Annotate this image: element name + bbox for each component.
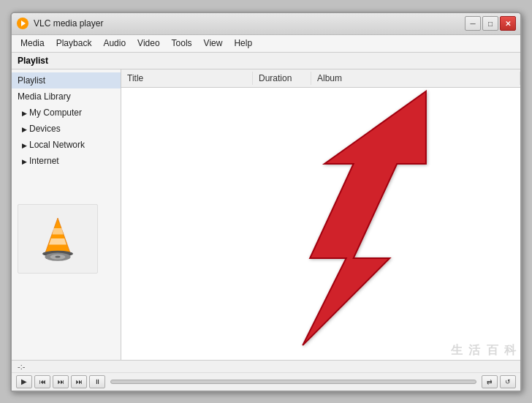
sidebar-item-internet[interactable]: ▶Internet — [12, 153, 121, 169]
main-content: Playlist Playlist Media Library ▶My Comp… — [12, 53, 520, 360]
progress-bar[interactable] — [110, 380, 476, 384]
arrow-icon: ▶ — [22, 126, 27, 133]
menu-item-help[interactable]: Help — [228, 36, 258, 50]
sidebar-item-local-network-label: Local Network — [29, 140, 85, 150]
menubar: MediaPlaybackAudioVideoToolsViewHelp — [12, 35, 520, 53]
sidebar-item-media-library[interactable]: Media Library — [12, 88, 121, 105]
play-button[interactable]: ▶ — [16, 375, 32, 388]
restore-button[interactable]: □ — [482, 16, 498, 31]
table-area: Title Duration Album 生 活 百 科 — [121, 69, 520, 360]
arrow-icon: ▶ — [22, 110, 27, 117]
sidebar-item-local-network[interactable]: ▶Local Network — [12, 137, 121, 153]
watermark: 生 活 百 科 — [451, 343, 517, 358]
menu-item-tools[interactable]: Tools — [166, 36, 198, 50]
vlc-window: VLC media player ─ □ ✕ MediaPlaybackAudi… — [10, 12, 522, 392]
menu-item-audio[interactable]: Audio — [97, 36, 132, 50]
sidebar-item-my-computer[interactable]: ▶My Computer — [12, 105, 121, 121]
menu-item-media[interactable]: Media — [15, 36, 50, 50]
controls-bar: ▶ ⏮ ⏭ ⏭ ⏸ ⇄ ↺ — [12, 372, 520, 391]
menu-item-playback[interactable]: Playback — [50, 36, 98, 50]
window-controls: ─ □ ✕ — [465, 16, 516, 31]
sidebar-item-playlist-label: Playlist — [18, 75, 45, 86]
vlc-logo-area — [12, 198, 121, 279]
sidebar-item-media-library-label: Media Library — [18, 91, 71, 102]
pause-button[interactable]: ⏸ — [89, 375, 105, 388]
app-icon — [16, 17, 29, 30]
table-body — [121, 88, 520, 359]
sidebar-item-devices[interactable]: ▶Devices — [12, 121, 121, 137]
sidebar-item-internet-label: Internet — [29, 156, 59, 166]
col-album: Album — [311, 72, 520, 85]
arrow-icon: ▶ — [22, 142, 27, 149]
close-button[interactable]: ✕ — [500, 16, 516, 31]
svg-marker-4 — [52, 228, 63, 234]
time-display: -:- — [12, 361, 520, 372]
titlebar: VLC media player ─ □ ✕ — [12, 13, 520, 35]
svg-point-8 — [56, 256, 61, 258]
next-button[interactable]: ⏭ — [53, 375, 69, 388]
menu-item-view[interactable]: View — [198, 36, 229, 50]
window-title: VLC media player — [34, 18, 465, 29]
playlist-header: Playlist — [12, 53, 520, 69]
prev-button[interactable]: ⏮ — [34, 375, 50, 388]
table-header: Title Duration Album — [121, 69, 520, 88]
sidebar-item-my-computer-label: My Computer — [29, 108, 82, 118]
sidebar: Playlist Media Library ▶My Computer ▶Dev… — [12, 69, 121, 360]
arrow-icon: ▶ — [22, 158, 27, 165]
minimize-button[interactable]: ─ — [465, 16, 481, 31]
col-title: Title — [121, 72, 253, 85]
sidebar-item-devices-label: Devices — [29, 124, 61, 134]
menu-item-video[interactable]: Video — [132, 36, 165, 50]
repeat-button[interactable]: ↺ — [500, 375, 516, 388]
sidebar-item-playlist[interactable]: Playlist — [12, 72, 121, 88]
shuffle-button[interactable]: ⇄ — [482, 375, 498, 388]
content-area: Playlist Media Library ▶My Computer ▶Dev… — [12, 69, 520, 360]
svg-marker-2 — [45, 218, 71, 254]
svg-marker-3 — [49, 238, 66, 244]
skip-button[interactable]: ⏭ — [71, 375, 87, 388]
col-duration: Duration — [253, 72, 311, 85]
vlc-logo — [32, 213, 83, 264]
bottom-section: -:- ▶ ⏮ ⏭ ⏭ ⏸ ⇄ ↺ — [12, 360, 520, 391]
